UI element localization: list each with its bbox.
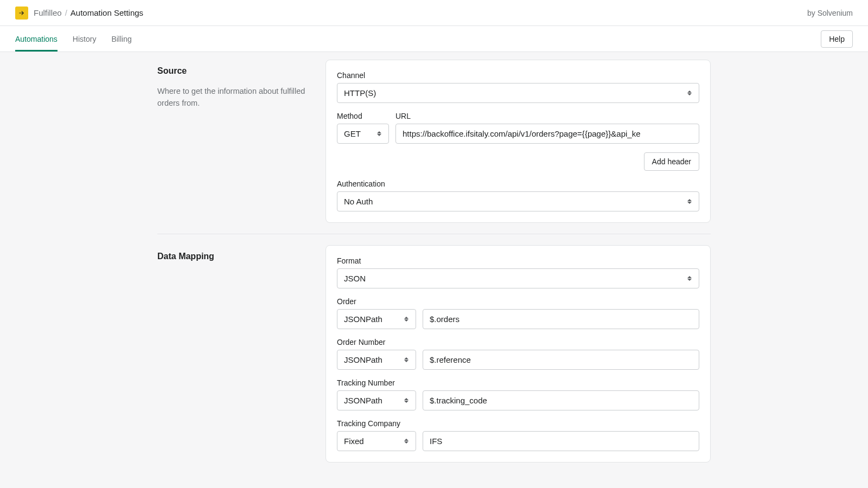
tab-automations[interactable]: Automations: [15, 26, 58, 52]
content: Source Where to get the information abou…: [157, 52, 711, 488]
mapping-order-number-value-input[interactable]: [423, 350, 699, 370]
method-select[interactable]: GET: [337, 124, 389, 144]
tab-billing[interactable]: Billing: [111, 26, 131, 52]
method-label: Method: [337, 112, 389, 120]
section-source: Source Where to get the information abou…: [157, 60, 711, 234]
format-select[interactable]: JSON: [337, 268, 699, 288]
section-mapping: Data Mapping Format JSON Order JSONPath: [157, 234, 711, 473]
source-title: Source: [157, 66, 315, 76]
mapping-order-field: Order JSONPath: [337, 297, 699, 329]
add-header-button[interactable]: Add header: [644, 152, 699, 171]
app-header: Fulfilleo / Automation Settings by Solve…: [0, 0, 868, 26]
arrow-icon: [18, 9, 25, 17]
tabs-bar: Automations History Billing Help: [0, 26, 868, 52]
mapping-tracking-number-value-input[interactable]: [423, 390, 699, 410]
vendor-label: by Solvenium: [807, 9, 853, 17]
breadcrumb-separator: /: [65, 8, 67, 17]
mapping-order-number-label: Order Number: [337, 338, 699, 346]
header-left: Fulfilleo / Automation Settings: [15, 7, 143, 20]
mapping-tracking-company-field: Tracking Company Fixed: [337, 419, 699, 451]
mapping-tracking-number-field: Tracking Number JSONPath: [337, 378, 699, 410]
url-label: URL: [395, 112, 699, 120]
section-mapping-header: Data Mapping: [157, 245, 315, 463]
section-source-header: Source Where to get the information abou…: [157, 60, 315, 223]
url-field: URL: [395, 112, 699, 144]
mapping-card: Format JSON Order JSONPath: [326, 245, 711, 463]
add-header-row: Add header: [337, 152, 699, 171]
mapping-order-type-select[interactable]: JSONPath: [337, 309, 416, 329]
help-button[interactable]: Help: [821, 30, 853, 48]
mapping-tracking-number-type-select[interactable]: JSONPath: [337, 390, 416, 410]
url-input[interactable]: [395, 124, 699, 144]
source-description: Where to get the information about fulfi…: [157, 86, 315, 110]
format-label: Format: [337, 256, 699, 265]
mapping-tracking-company-label: Tracking Company: [337, 419, 699, 428]
auth-select[interactable]: No Auth: [337, 191, 699, 211]
channel-label: Channel: [337, 71, 699, 80]
source-card: Channel HTTP(S) Method GET: [326, 60, 711, 223]
breadcrumb-current: Automation Settings: [71, 8, 143, 17]
breadcrumb-app[interactable]: Fulfilleo: [34, 8, 62, 17]
auth-field: Authentication No Auth: [337, 179, 699, 211]
mapping-title: Data Mapping: [157, 252, 315, 261]
mapping-order-number-type-select[interactable]: JSONPath: [337, 350, 416, 370]
mapping-tracking-company-value-input[interactable]: [423, 431, 699, 451]
tab-history[interactable]: History: [73, 26, 97, 52]
breadcrumb: Fulfilleo / Automation Settings: [34, 8, 143, 17]
auth-label: Authentication: [337, 179, 699, 188]
channel-select-wrapper: HTTP(S): [337, 83, 699, 103]
channel-field: Channel HTTP(S): [337, 71, 699, 103]
mapping-order-label: Order: [337, 297, 699, 306]
app-logo: [15, 7, 28, 20]
mapping-tracking-company-type-select[interactable]: Fixed: [337, 431, 416, 451]
format-field: Format JSON: [337, 256, 699, 288]
method-url-row: Method GET URL: [337, 112, 699, 144]
mapping-order-value-input[interactable]: [423, 309, 699, 329]
mapping-order-number-field: Order Number JSONPath: [337, 338, 699, 370]
tabs: Automations History Billing: [15, 26, 132, 52]
channel-select[interactable]: HTTP(S): [337, 83, 699, 103]
mapping-tracking-number-label: Tracking Number: [337, 378, 699, 387]
method-field: Method GET: [337, 112, 389, 144]
